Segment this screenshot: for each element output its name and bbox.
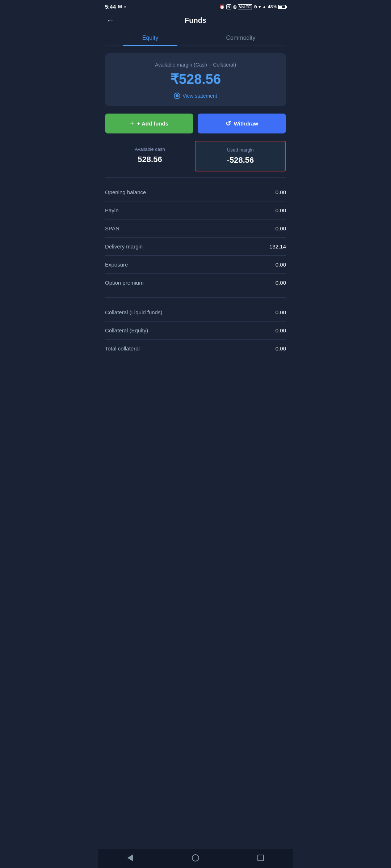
view-statement-dot-icon bbox=[174, 93, 180, 99]
collateral-row: Total collateral 0.00 bbox=[105, 340, 286, 357]
divider-2 bbox=[105, 297, 286, 298]
battery-percent: 48% bbox=[268, 4, 277, 9]
status-right: ⏰ N ◎ VoLTE ⊖ ▾ ▲ 48% bbox=[219, 4, 286, 9]
detail-label: Delivery margin bbox=[105, 243, 143, 250]
wifi-signal-icon: ▾ bbox=[258, 4, 261, 9]
detail-value: 0.00 bbox=[276, 280, 286, 286]
used-margin-box: Used margin -528.56 bbox=[195, 141, 286, 171]
nav-home-button[interactable] bbox=[191, 854, 200, 862]
withdraw-icon: ↺ bbox=[226, 120, 231, 128]
available-cash-label: Available cash bbox=[109, 146, 190, 152]
collateral-row: Collateral (Equity) 0.00 bbox=[105, 322, 286, 340]
recents-square-icon bbox=[257, 855, 264, 861]
detail-row: Exposure 0.00 bbox=[105, 256, 286, 274]
detail-value: 132.14 bbox=[269, 243, 286, 250]
back-triangle-icon bbox=[127, 854, 133, 861]
back-button[interactable]: ← bbox=[105, 14, 116, 27]
home-circle-icon bbox=[192, 854, 199, 861]
margin-card: Available margin (Cash + Collateral) ₹52… bbox=[105, 53, 286, 106]
margin-card-amount: ₹528.56 bbox=[112, 71, 279, 87]
battery-icon bbox=[278, 5, 286, 9]
page-title: Funds bbox=[185, 16, 206, 25]
margin-card-label: Available margin (Cash + Collateral) bbox=[112, 62, 279, 68]
detail-label: Exposure bbox=[105, 261, 128, 268]
status-bar: 5:44 M • ⏰ N ◎ VoLTE ⊖ ▾ ▲ 48% bbox=[98, 0, 293, 12]
location-icon: ◎ bbox=[233, 4, 236, 9]
collateral-value: 0.00 bbox=[276, 309, 286, 315]
collateral-value: 0.00 bbox=[276, 327, 286, 333]
collateral-label: Total collateral bbox=[105, 345, 140, 352]
minus-icon: ⊖ bbox=[253, 4, 257, 9]
nfc-icon: N bbox=[226, 4, 231, 9]
cash-margin-row: Available cash 528.56 Used margin -528.5… bbox=[105, 141, 286, 171]
battery-fill bbox=[279, 6, 282, 8]
detail-section: Opening balance 0.00 Payin 0.00 SPAN 0.0… bbox=[98, 183, 293, 292]
add-funds-button[interactable]: + + Add funds bbox=[105, 114, 193, 133]
view-statement-button[interactable]: View statement bbox=[174, 93, 217, 99]
nav-bar bbox=[98, 849, 293, 868]
gmail-icon: M bbox=[118, 4, 122, 9]
signal-icon: ▲ bbox=[262, 4, 266, 9]
tab-commodity[interactable]: Commodity bbox=[196, 30, 286, 46]
collateral-label: Collateral (Equity) bbox=[105, 327, 148, 333]
detail-row: Delivery margin 132.14 bbox=[105, 238, 286, 256]
dot-indicator: • bbox=[124, 4, 126, 9]
detail-value: 0.00 bbox=[276, 207, 286, 213]
detail-label: Option premium bbox=[105, 280, 144, 286]
plus-icon: + bbox=[130, 119, 134, 128]
collateral-label: Collateral (Liquid funds) bbox=[105, 309, 162, 315]
detail-value: 0.00 bbox=[276, 189, 286, 195]
nav-back-button[interactable] bbox=[126, 854, 135, 862]
collateral-row: Collateral (Liquid funds) 0.00 bbox=[105, 303, 286, 322]
detail-label: Payin bbox=[105, 207, 119, 213]
collateral-value: 0.00 bbox=[276, 345, 286, 352]
withdraw-button[interactable]: ↺ Withdraw bbox=[198, 114, 286, 133]
nav-recents-button[interactable] bbox=[256, 854, 265, 862]
wifi-icon: VoLTE bbox=[238, 4, 252, 9]
status-left: 5:44 M • bbox=[105, 4, 126, 10]
detail-label: SPAN bbox=[105, 225, 119, 231]
detail-label: Opening balance bbox=[105, 189, 146, 195]
detail-row: Opening balance 0.00 bbox=[105, 183, 286, 201]
detail-row: Payin 0.00 bbox=[105, 201, 286, 220]
action-buttons: + + Add funds ↺ Withdraw bbox=[105, 114, 286, 133]
detail-row: SPAN 0.00 bbox=[105, 220, 286, 238]
detail-row: Option premium 0.00 bbox=[105, 274, 286, 292]
available-cash-box: Available cash 528.56 bbox=[105, 141, 195, 171]
tabs-container: Equity Commodity bbox=[105, 30, 286, 46]
divider-1 bbox=[105, 177, 286, 178]
available-cash-value: 528.56 bbox=[109, 155, 190, 164]
used-margin-value: -528.56 bbox=[200, 156, 281, 165]
detail-value: 0.00 bbox=[276, 261, 286, 268]
collateral-section: Collateral (Liquid funds) 0.00 Collatera… bbox=[98, 303, 293, 357]
detail-value: 0.00 bbox=[276, 225, 286, 231]
alarm-icon: ⏰ bbox=[219, 4, 225, 9]
header: ← Funds bbox=[98, 12, 293, 30]
tab-equity[interactable]: Equity bbox=[105, 30, 196, 46]
used-margin-label: Used margin bbox=[200, 147, 281, 153]
status-time: 5:44 bbox=[105, 4, 116, 10]
